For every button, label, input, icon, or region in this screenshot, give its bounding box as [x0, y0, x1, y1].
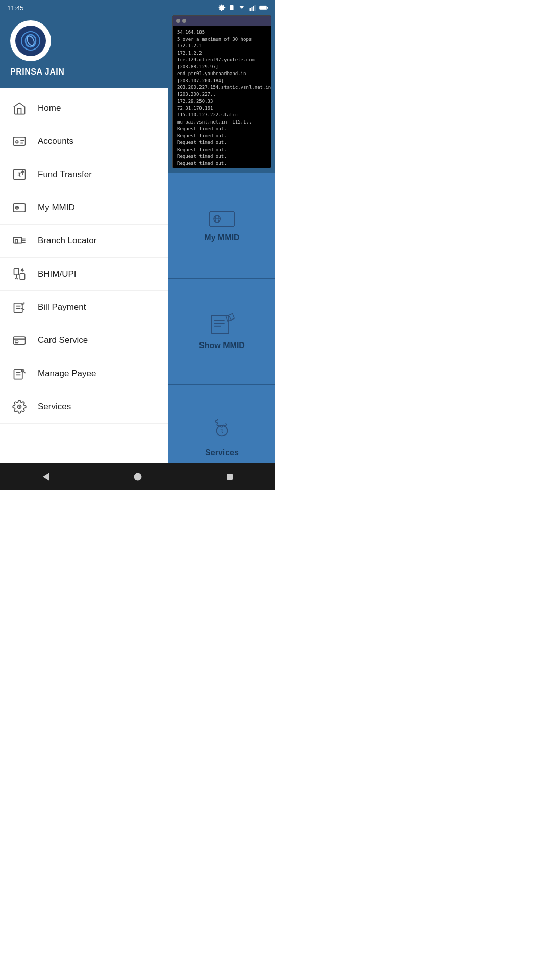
svg-text:₹: ₹ — [18, 406, 21, 410]
sidebar-label-branch-locator: Branch Locator — [38, 236, 96, 246]
show-mmid-card-icon — [208, 312, 236, 337]
bottom-nav — [0, 463, 276, 490]
svg-rect-32 — [14, 370, 22, 379]
bhim-upi-icon — [10, 265, 29, 283]
terminal-window: 54.164.185 5 over a maximum of 30 hops 1… — [172, 15, 271, 168]
services-gear-icon: ₹ — [10, 398, 29, 416]
service-card-show-mmid-label: Show MMID — [199, 341, 245, 350]
svg-rect-43 — [211, 316, 229, 334]
svg-rect-24 — [14, 269, 19, 275]
terminal-line: 203.200.227.154.static.vsnl.net.in [203.… — [177, 84, 267, 98]
signal-icon — [249, 5, 256, 11]
status-time: 11:45 — [7, 4, 24, 12]
terminal-line: Request timed out. — [177, 126, 267, 133]
svg-rect-25 — [20, 274, 24, 280]
user-name: PRINSA JAIN — [10, 67, 64, 77]
svg-line-36 — [24, 372, 26, 373]
logo-icon — [20, 31, 41, 51]
svg-rect-10 — [13, 137, 25, 145]
sidebar-item-manage-payee[interactable]: Manage Payee — [0, 357, 168, 390]
terminal-line: Request timed out. — [177, 133, 267, 140]
terminal-line: 172.29.250.33 — [177, 98, 267, 105]
terminal-line: end-ptr01.youbroadband.in [203.107.200.1… — [177, 70, 267, 84]
sidebar-item-services[interactable]: ₹ Services — [0, 390, 168, 424]
svg-marker-50 — [43, 473, 49, 481]
sidebar-item-home[interactable]: Home — [0, 92, 168, 125]
card-service-icon — [10, 331, 29, 350]
sidebar-item-fund-transfer[interactable]: ₹ Fund Transfer — [0, 158, 168, 191]
terminal-line: Request timed out. — [177, 139, 267, 146]
sidebar-item-card-service[interactable]: Card Service — [0, 324, 168, 357]
sidebar-item-bhim-upi[interactable]: BHIM/UPI — [0, 258, 168, 291]
branch-locator-icon — [10, 232, 29, 250]
svg-point-35 — [22, 370, 24, 372]
svg-rect-3 — [253, 6, 254, 11]
bill-payment-icon — [10, 298, 29, 316]
sidebar-label-bill-payment: Bill Payment — [38, 302, 86, 312]
status-icons — [218, 4, 268, 11]
services-card-icon: ₹ — [209, 418, 235, 444]
recents-button[interactable] — [219, 467, 240, 487]
nav-list: Home Accounts ₹ Fund Transfer My MMID — [0, 88, 168, 490]
sidebar-label-my-mmid: My MMID — [38, 203, 75, 213]
manage-payee-icon — [10, 364, 29, 383]
sidebar-label-home: Home — [38, 103, 61, 113]
sidebar-label-accounts: Accounts — [38, 136, 73, 146]
status-bar: 11:45 — [0, 0, 276, 15]
sidebar-label-services: Services — [38, 402, 71, 412]
avatar — [10, 20, 51, 61]
terminal-line: 172.1.2.2 — [177, 50, 267, 57]
sd-card-icon — [229, 4, 235, 11]
accounts-icon — [10, 132, 29, 151]
recents-icon — [225, 472, 234, 481]
svg-rect-1 — [250, 8, 251, 11]
sidebar-item-accounts[interactable]: Accounts — [0, 125, 168, 158]
svg-rect-26 — [14, 303, 22, 313]
sidebar-label-bhim-upi: BHIM/UPI — [38, 269, 77, 279]
terminal-body: 54.164.185 5 over a maximum of 30 hops 1… — [173, 26, 271, 168]
terminal-line: lce.129.client97.youtele.com [203.88.129… — [177, 57, 267, 70]
terminal-btn-1 — [176, 19, 180, 23]
terminal-line: Request timed out. — [177, 146, 267, 154]
svg-rect-7 — [260, 6, 266, 9]
settings-icon — [218, 4, 226, 11]
drawer: PRINSA JAIN Home Accounts ₹ Fund Transfe… — [0, 0, 168, 490]
terminal-btn-2 — [182, 19, 186, 23]
sidebar-label-card-service: Card Service — [38, 335, 88, 346]
svg-rect-20 — [15, 240, 18, 243]
svg-point-11 — [16, 141, 18, 143]
sidebar-label-manage-payee: Manage Payee — [38, 369, 96, 379]
terminal-line: Request timed out. — [177, 167, 267, 168]
svg-rect-4 — [255, 5, 256, 11]
sidebar-item-branch-locator[interactable]: Branch Locator — [0, 225, 168, 258]
svg-rect-6 — [267, 7, 268, 9]
sidebar-label-fund-transfer: Fund Transfer — [38, 169, 92, 180]
terminal-line: Request timed out. — [177, 160, 267, 167]
battery-icon — [259, 5, 268, 11]
svg-rect-2 — [252, 7, 253, 11]
sidebar-item-my-mmid[interactable]: My MMID — [0, 191, 168, 225]
service-card-my-mmid[interactable]: My MMID — [168, 173, 276, 278]
wifi-icon — [238, 5, 246, 11]
avatar-inner — [15, 26, 46, 56]
home-icon — [10, 99, 29, 117]
service-cards: My MMID Show MMID ₹ Services — [168, 173, 276, 490]
svg-point-51 — [134, 473, 142, 481]
terminal-line: 54.164.185 — [177, 29, 267, 36]
service-card-services-label: Services — [205, 448, 239, 457]
right-panel: 54.164.185 5 over a maximum of 30 hops 1… — [168, 0, 276, 490]
svg-rect-52 — [227, 474, 233, 480]
back-button[interactable] — [36, 467, 56, 487]
terminal-line: 172.1.2.1 — [177, 43, 267, 50]
svg-rect-39 — [210, 211, 235, 227]
service-card-my-mmid-label: My MMID — [204, 233, 239, 242]
svg-rect-31 — [15, 341, 18, 343]
fund-transfer-icon: ₹ — [10, 165, 29, 184]
back-icon — [41, 472, 51, 481]
terminal-line: Request timed out. — [177, 153, 267, 160]
terminal-line: 5 over a maximum of 30 hops — [177, 36, 267, 43]
home-button[interactable] — [128, 467, 148, 487]
svg-point-18 — [16, 207, 18, 208]
sidebar-item-bill-payment[interactable]: Bill Payment — [0, 291, 168, 324]
service-card-show-mmid[interactable]: Show MMID — [168, 278, 276, 384]
